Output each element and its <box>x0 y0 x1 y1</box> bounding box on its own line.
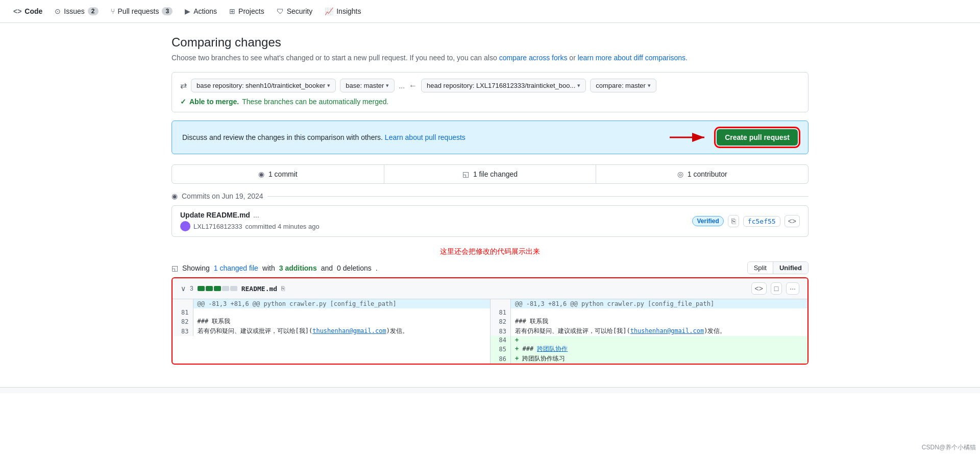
hunk-header-content-right: @@ -81,3 +81,6 @@ python crawler.py [con… <box>511 299 808 308</box>
right-line-num-86: 86 <box>491 354 511 364</box>
projects-icon: ⊞ <box>229 7 235 15</box>
subtitle-text: Choose two branches to see what's change… <box>172 54 497 62</box>
left-line-num-83: 83 <box>173 326 193 336</box>
base-branch-caret: ▾ <box>386 82 389 89</box>
diff-file-header: ∨ 3 README.md ⎘ <> □ ··· <box>173 278 807 299</box>
split-view-button[interactable]: Split <box>748 262 773 274</box>
create-pull-request-button[interactable]: Create pull request <box>717 129 798 146</box>
nav-security-label: Security <box>287 7 313 15</box>
diff-add-blocks <box>198 286 237 291</box>
diff-right-row-82: 82 ### 联系我 <box>491 317 808 326</box>
commit-left: Update README.md ... LXL1716812333 commi… <box>180 211 320 231</box>
diff-right-panel: @@ -81,3 +81,6 @@ python crawler.py [con… <box>491 299 808 364</box>
nav-pull-requests[interactable]: ⑂ Pull requests 3 <box>106 4 178 18</box>
verified-badge: Verified <box>692 216 723 226</box>
hunk-header-row: @@ -81,3 +81,6 @@ python crawler.py [con… <box>173 299 490 308</box>
diff-add-number: 3 <box>190 285 193 292</box>
plus-86: + <box>515 355 519 362</box>
email-link-left[interactable]: thushenhan@gmail.com <box>312 327 386 334</box>
nav-actions[interactable]: ▶ Actions <box>180 4 222 18</box>
commit-hash[interactable]: fc5ef55 <box>743 216 780 227</box>
diff-block-5 <box>230 286 237 291</box>
left-line-content-83: 若有仍和疑问、建议或批评，可以给[我](thushenhan@gmail.com… <box>193 326 490 336</box>
nav-code[interactable]: <> Code <box>8 4 47 18</box>
compare-branch-label: compare: master <box>596 82 646 89</box>
or-text: or <box>569 54 575 62</box>
discussion-banner: Discuss and review the changes in this c… <box>172 121 808 154</box>
base-repo-caret: ▾ <box>327 82 330 89</box>
base-branch-select[interactable]: base: master ▾ <box>340 79 395 92</box>
file-changed-info: ◱ Showing 1 changed file with 3 addition… <box>172 264 378 272</box>
diff-expand-icon[interactable]: ∨ <box>181 284 186 293</box>
hunk-header-row-right: @@ -81,3 +81,6 @@ python crawler.py [con… <box>491 299 808 308</box>
security-icon: 🛡 <box>277 7 284 15</box>
commit-right: Verified ⎘ fc5ef55 <> <box>692 215 800 227</box>
diff-code-view-button[interactable]: <> <box>751 282 767 295</box>
nav-projects[interactable]: ⊞ Projects <box>224 4 270 18</box>
diff-left-row-82: 82 ### 联系我 <box>173 317 490 326</box>
diff-right-table: @@ -81,3 +81,6 @@ python crawler.py [con… <box>491 299 808 364</box>
hunk-right-num <box>491 299 511 308</box>
compare-arrows-icon: ⇄ <box>180 81 187 90</box>
diff-left-panel: @@ -81,3 +81,6 @@ python crawler.py [con… <box>173 299 490 364</box>
and-text: and <box>321 264 333 272</box>
compare-box: ⇄ base repository: shenh10/trainticket_b… <box>172 72 808 112</box>
learn-more-link[interactable]: learn more about diff comparisons. <box>578 54 688 62</box>
merge-check-icon: ✓ <box>180 98 186 106</box>
diff-left-row-81: 81 <box>173 308 490 317</box>
commit-ellipsis[interactable]: ... <box>253 211 259 219</box>
compare-branch-caret: ▾ <box>648 82 651 89</box>
showing-label: Showing <box>182 264 210 272</box>
diff-more-button[interactable]: ··· <box>786 282 799 295</box>
base-repo-select[interactable]: base repository: shenh10/trainticket_boo… <box>191 79 336 92</box>
nav-code-label: Code <box>24 7 42 15</box>
commit-time: committed 4 minutes ago <box>245 223 319 230</box>
nav-insights[interactable]: 📈 Insights <box>320 4 366 18</box>
nav-projects-label: Projects <box>238 7 264 15</box>
issues-badge: 2 <box>88 7 99 15</box>
commit-message: Update README.md <box>180 211 250 219</box>
split-unified-toggle: Split Unified <box>747 261 808 274</box>
pull-requests-badge: 3 <box>162 7 173 15</box>
right-line-content-86: + 跨团队协作练习 <box>511 354 808 364</box>
head-repo-caret: ▾ <box>577 82 580 89</box>
contributors-stat: ◎ 1 contributor <box>596 165 808 183</box>
copy-commit-button[interactable]: ⎘ <box>728 215 739 227</box>
diff-filename-copy-icon[interactable]: ⎘ <box>281 285 285 292</box>
contributor-label: 1 contributor <box>688 170 727 178</box>
nav-security[interactable]: 🛡 Security <box>272 4 318 18</box>
commits-stat: ◉ 1 commit <box>172 165 384 183</box>
file-icon-small: ◱ <box>172 264 178 272</box>
issues-icon: ⊙ <box>55 7 61 15</box>
author-avatar <box>180 221 190 231</box>
unified-view-button[interactable]: Unified <box>773 262 808 274</box>
right-line-content-84: + <box>511 336 808 344</box>
right-line-num-84: 84 <box>491 336 511 344</box>
main-content: Comparing changes Choose two branches to… <box>163 23 817 387</box>
diff-container: ∨ 3 README.md ⎘ <> □ ··· <box>172 277 808 365</box>
changed-count-link[interactable]: 1 changed file <box>214 264 258 272</box>
browse-commit-button[interactable]: <> <box>785 215 800 227</box>
commits-date-divider <box>267 196 808 197</box>
diff-file-view-button[interactable]: □ <box>771 282 782 295</box>
contributor-icon: ◎ <box>677 170 683 178</box>
nav-issues[interactable]: ⊙ Issues 2 <box>50 4 103 18</box>
learn-about-pr-link[interactable]: Learn about pull requests <box>385 133 465 141</box>
file-changed-header: ◱ Showing 1 changed file with 3 addition… <box>172 261 808 274</box>
right-line-content-82: ### 联系我 <box>511 317 808 326</box>
nav-issues-label: Issues <box>64 7 84 15</box>
head-repo-select[interactable]: head repository: LXL1716812333/traintick… <box>421 79 586 92</box>
merge-status-label: Able to merge. <box>189 98 239 106</box>
top-nav: <> Code ⊙ Issues 2 ⑂ Pull requests 3 ▶ A… <box>0 0 980 23</box>
team-collab-link[interactable]: 跨团队协作 <box>537 345 568 352</box>
merge-desc: These branches can be automatically merg… <box>242 98 388 106</box>
compare-branch-select[interactable]: compare: master ▾ <box>590 79 656 92</box>
commit-count-label: 1 commit <box>268 170 298 178</box>
actions-icon: ▶ <box>185 7 190 15</box>
email-link-right[interactable]: thushenhan@gmail.com <box>630 327 704 334</box>
left-line-content-82: ### 联系我 <box>193 317 490 326</box>
compare-forks-link[interactable]: compare across forks <box>499 54 568 62</box>
right-line-num-82: 82 <box>491 317 511 326</box>
diff-filename: README.md <box>241 285 277 293</box>
subtitle: Choose two branches to see what's change… <box>172 54 808 62</box>
